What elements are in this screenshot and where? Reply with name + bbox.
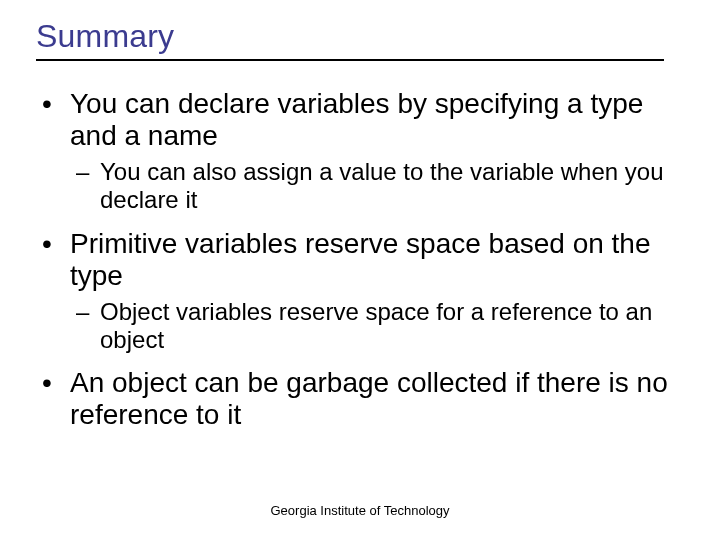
bullet-level-2: You can also assign a value to the varia… xyxy=(36,158,684,213)
bullet-level-1: Primitive variables reserve space based … xyxy=(36,228,684,292)
bullet-level-1: An object can be garbage collected if th… xyxy=(36,367,684,431)
bullet-level-1: You can declare variables by specifying … xyxy=(36,88,684,152)
slide-title: Summary xyxy=(36,18,664,61)
footer-text: Georgia Institute of Technology xyxy=(0,503,720,518)
bullet-block: You can declare variables by specifying … xyxy=(36,88,684,214)
slide-content: You can declare variables by specifying … xyxy=(36,88,684,440)
bullet-block: Primitive variables reserve space based … xyxy=(36,228,684,354)
bullet-level-2: Object variables reserve space for a ref… xyxy=(36,298,684,353)
slide: Summary You can declare variables by spe… xyxy=(0,0,720,540)
bullet-block: An object can be garbage collected if th… xyxy=(36,367,684,431)
